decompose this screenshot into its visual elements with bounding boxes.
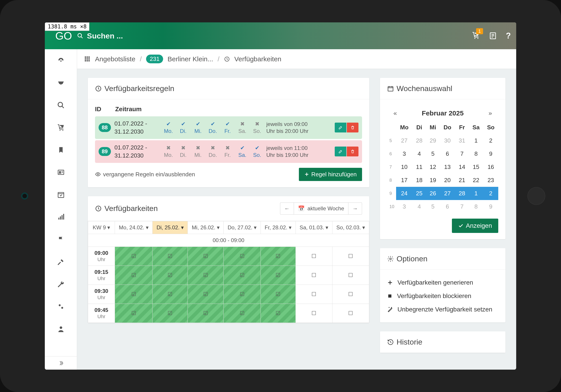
sidebar-expand-toggle[interactable] (45, 356, 77, 370)
calendar-day[interactable]: 25 (412, 187, 426, 200)
calendar-day[interactable]: 7 (455, 147, 469, 160)
cart-button[interactable]: 1 (472, 31, 480, 40)
logo[interactable]: GO (50, 30, 77, 42)
document-icon[interactable] (489, 32, 497, 40)
sidebar-item-cogs[interactable] (45, 295, 77, 318)
calendar-day[interactable]: 1 (469, 187, 483, 200)
calendar-day[interactable]: 22 (469, 174, 483, 187)
calendar-week-row[interactable]: 5272829303112 (387, 134, 498, 147)
cal-prev-button[interactable]: « (390, 108, 400, 119)
day-header[interactable]: Mo, 24.02. ▾ (115, 221, 152, 234)
calendar-day[interactable]: 14 (455, 160, 469, 174)
calendar-day[interactable]: 20 (440, 174, 455, 187)
calendar-day[interactable]: 19 (426, 174, 440, 187)
availability-slot-on[interactable]: ☑ (152, 266, 188, 285)
availability-slot-on[interactable]: ☑ (152, 247, 188, 266)
availability-slot-on[interactable]: ☑ (224, 247, 261, 266)
calendar-day[interactable]: 13 (440, 160, 455, 174)
availability-slot-on[interactable]: ☑ (260, 304, 295, 323)
show-button[interactable]: Anzeigen (452, 219, 498, 233)
sidebar-item-flag[interactable] (45, 228, 77, 251)
availability-slot-on[interactable]: ☑ (115, 285, 152, 304)
calendar-day[interactable]: 2 (483, 187, 498, 200)
calendar-day[interactable]: 3 (396, 147, 412, 160)
sidebar-item-calendar[interactable] (45, 184, 77, 206)
availability-slot-on[interactable]: ☑ (260, 285, 295, 304)
toggle-past-rules[interactable]: vergangene Regeln ein/ausblenden (95, 171, 195, 178)
calendar-day[interactable]: 3 (396, 200, 412, 213)
availability-slot-on[interactable]: ☑ (115, 266, 152, 285)
sidebar-item-dashboard[interactable] (45, 49, 77, 72)
availability-slot-on[interactable]: ☑ (115, 304, 152, 323)
edit-rule-button[interactable] (335, 123, 346, 133)
availability-slot-off[interactable]: ☐ (295, 285, 332, 304)
calendar-day[interactable]: 2 (483, 134, 498, 147)
option-item[interactable]: Verfügbarkeiten blockieren (387, 289, 498, 303)
day-header[interactable]: Do, 27.02. ▾ (224, 221, 261, 234)
availability-slot-on[interactable]: ☑ (224, 285, 261, 304)
calendar-day[interactable]: 9 (483, 147, 498, 160)
sidebar-item-bookmark[interactable] (45, 139, 77, 161)
calendar-day[interactable]: 10 (396, 160, 412, 174)
availability-slot-on[interactable]: ☑ (260, 247, 295, 266)
availability-slot-on[interactable]: ☑ (224, 304, 261, 323)
calendar-day[interactable]: 6 (440, 147, 455, 160)
current-week-button[interactable]: 📅 aktuelle Woche (294, 203, 348, 215)
calendar-day[interactable]: 6 (440, 200, 455, 213)
availability-slot-on[interactable]: ☑ (188, 304, 224, 323)
calendar-day[interactable]: 11 (412, 160, 426, 174)
help-button[interactable]: ? (506, 31, 511, 41)
calendar-day[interactable]: 5 (426, 147, 440, 160)
calendar-day[interactable]: 29 (426, 134, 440, 147)
availability-slot-off[interactable]: ☐ (332, 247, 369, 266)
add-rule-button[interactable]: Regel hinzufügen (299, 168, 362, 181)
calendar-day[interactable]: 4 (412, 200, 426, 213)
calendar-week-row[interactable]: 710111213141516 (387, 160, 498, 174)
delete-rule-button[interactable] (347, 123, 358, 133)
day-header[interactable]: Sa, 01.03. ▾ (295, 221, 332, 234)
availability-slot-on[interactable]: ☑ (188, 266, 224, 285)
sidebar-item-cart[interactable] (45, 116, 77, 139)
calendar-week-row[interactable]: 9242526272812 (387, 187, 498, 200)
edit-rule-button[interactable] (335, 146, 346, 156)
breadcrumb-angebotsliste[interactable]: Angebotsliste (95, 55, 135, 63)
option-item[interactable]: Verfügbarkeiten generieren (387, 276, 498, 289)
kw-header[interactable]: KW 9 ▾ (88, 221, 115, 234)
day-header[interactable]: So, 02.03. ▾ (332, 221, 369, 234)
availability-slot-off[interactable]: ☐ (295, 266, 332, 285)
calendar-day[interactable]: 16 (483, 160, 498, 174)
availability-slot-on[interactable]: ☑ (188, 247, 224, 266)
calendar-day[interactable]: 8 (469, 200, 483, 213)
day-header[interactable]: Mi, 26.02. ▾ (188, 221, 224, 234)
calendar-day[interactable]: 7 (455, 200, 469, 213)
calendar-week-row[interactable]: 103456789 (387, 200, 498, 213)
calendar-day[interactable]: 12 (426, 160, 440, 174)
calendar-day[interactable]: 30 (440, 134, 455, 147)
calendar-day[interactable]: 4 (412, 147, 426, 160)
sidebar-item-user[interactable] (45, 318, 77, 340)
prev-week-button[interactable]: ← (280, 203, 294, 215)
sidebar-item-stats[interactable] (45, 206, 77, 228)
search-box[interactable] (77, 31, 186, 40)
calendar-day[interactable]: 27 (440, 187, 455, 200)
sidebar-item-gavel[interactable] (45, 251, 77, 273)
search-input[interactable] (87, 31, 186, 40)
calendar-day[interactable]: 18 (412, 174, 426, 187)
cal-next-button[interactable]: » (485, 108, 495, 119)
calendar-day[interactable]: 15 (469, 160, 483, 174)
availability-slot-on[interactable]: ☑ (260, 266, 295, 285)
sidebar-item-search[interactable] (45, 94, 77, 116)
calendar-week-row[interactable]: 817181920212223 (387, 174, 498, 187)
calendar-day[interactable]: 21 (455, 174, 469, 187)
calendar-day[interactable]: 8 (469, 147, 483, 160)
breadcrumb-item[interactable]: Berliner Klein... (168, 55, 213, 63)
option-item[interactable]: Unbegrenzte Verfügbarkeit setzen (387, 303, 498, 316)
calendar-day[interactable]: 26 (426, 187, 440, 200)
calendar-day[interactable]: 24 (396, 187, 412, 200)
calendar-day[interactable]: 27 (396, 134, 412, 147)
availability-slot-off[interactable]: ☐ (295, 247, 332, 266)
delete-rule-button[interactable] (347, 146, 358, 156)
sidebar-item-inbox[interactable] (45, 72, 77, 94)
calendar-day[interactable]: 31 (455, 134, 469, 147)
availability-slot-off[interactable]: ☐ (332, 285, 369, 304)
